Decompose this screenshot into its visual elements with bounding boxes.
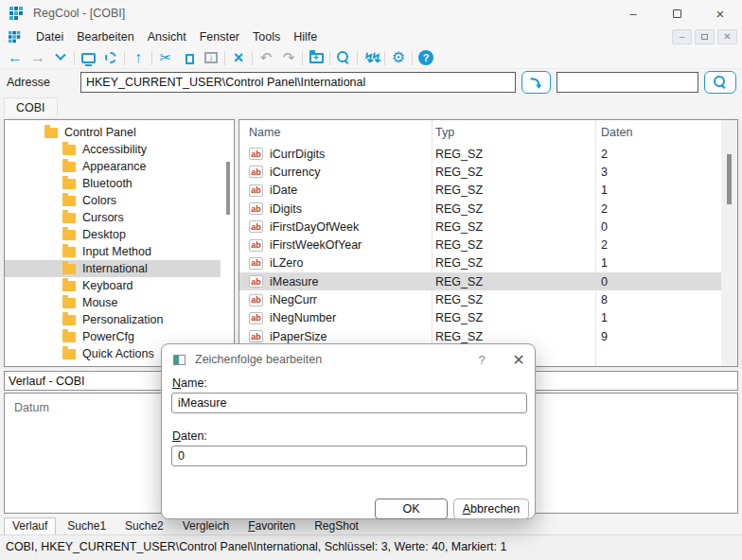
value-row-iNegNumber[interactable]: iNegNumber REG_SZ 1: [239, 309, 737, 327]
daten-field[interactable]: [171, 446, 527, 466]
redo-button[interactable]: ↷: [277, 48, 300, 68]
edit-string-dialog: Zeichenfolge bearbeiten ? ✕ Name: Daten:…: [161, 343, 536, 519]
vertical-scrollbar-thumb[interactable]: [226, 162, 230, 215]
column-header-daten[interactable]: Daten: [595, 126, 737, 139]
search-icon: [714, 76, 727, 89]
mdi-restore-button[interactable]: [695, 29, 715, 44]
settings-button[interactable]: ⚙: [387, 48, 410, 68]
new-key-button[interactable]: +: [305, 48, 327, 68]
tree-item-cursors[interactable]: Cursors: [5, 209, 221, 226]
string-value-icon: [249, 148, 263, 160]
dialog-help-button[interactable]: ?: [472, 350, 491, 369]
ok-button[interactable]: OK: [375, 499, 448, 519]
folder-icon: [62, 315, 76, 325]
name-field[interactable]: [171, 393, 527, 413]
vertical-scrollbar-thumb[interactable]: [727, 154, 732, 204]
address-input[interactable]: [80, 72, 516, 93]
delete-button[interactable]: ×: [227, 48, 250, 68]
cancel-button[interactable]: Abbrechen: [453, 499, 529, 519]
folder-icon: [62, 298, 76, 308]
menu-datei[interactable]: Datei: [30, 28, 69, 45]
paste-button[interactable]: ↓: [200, 48, 222, 68]
divider: [384, 51, 385, 65]
tree-item-personalization[interactable]: Personalization: [5, 311, 221, 328]
mdi-close-button[interactable]: ✕: [717, 29, 737, 44]
value-row-iDigits[interactable]: iDigits REG_SZ 2: [239, 200, 737, 218]
value-row-iMeasure[interactable]: iMeasure REG_SZ 0: [239, 272, 721, 290]
value-row-iCurrDigits[interactable]: iCurrDigits REG_SZ 2: [239, 145, 737, 163]
compare-button[interactable]: ↯↯: [360, 48, 382, 68]
cut-button[interactable]: ✂: [154, 48, 177, 68]
daten-field-label: Daten:: [172, 429, 207, 443]
quick-search-button[interactable]: [704, 71, 736, 94]
history-column-datum[interactable]: Datum: [14, 401, 49, 414]
bottom-tab-suche2[interactable]: Suche2: [117, 518, 171, 534]
dialog-icon: [173, 355, 186, 365]
tree-item-input-method[interactable]: Input Method: [5, 243, 221, 260]
value-row-iLZero[interactable]: iLZero REG_SZ 1: [239, 254, 737, 272]
bottom-tab-favoriten[interactable]: Favoriten: [240, 518, 303, 534]
tree-item-appearance[interactable]: Appearance: [5, 158, 221, 175]
tree-item-control-panel[interactable]: Control Panel: [5, 124, 221, 141]
bottom-tab-vergleich[interactable]: Vergleich: [175, 518, 237, 534]
parent-key-button[interactable]: ↑: [127, 48, 150, 68]
back-button[interactable]: ←: [4, 48, 26, 68]
mdi-minimize-button[interactable]: –: [672, 29, 692, 44]
undo-icon: ↶: [260, 49, 273, 66]
window-title: RegCool - [COBI]: [33, 7, 125, 20]
forward-button[interactable]: →: [26, 48, 49, 68]
value-row-iFirstDayOfWeek[interactable]: iFirstDayOfWeek REG_SZ 0: [239, 218, 737, 236]
value-row-iNegCurr[interactable]: iNegCurr REG_SZ 8: [239, 290, 737, 308]
tree-item-colors[interactable]: Colors: [5, 192, 221, 209]
folder-icon: [62, 196, 76, 206]
search-button[interactable]: [332, 48, 355, 68]
maximize-button[interactable]: [655, 0, 698, 26]
divider: [224, 51, 225, 65]
tree-item-desktop[interactable]: Desktop: [5, 226, 221, 243]
menu-tools[interactable]: Tools: [247, 28, 286, 45]
bottom-tab-verlauf[interactable]: Verlauf: [4, 517, 56, 534]
statusbar: COBI, HKEY_CURRENT_USER\Control Panel\In…: [0, 534, 742, 560]
divider: [74, 51, 75, 65]
bottom-tab-suche1[interactable]: Suche1: [60, 518, 114, 534]
tab-cobi[interactable]: COBI: [4, 97, 58, 116]
tree-item-mouse[interactable]: Mouse: [5, 294, 221, 311]
address-label: Adresse: [7, 76, 50, 89]
dialog-close-button[interactable]: ✕: [506, 348, 531, 371]
titlebar: RegCool - [COBI] – ×: [0, 0, 742, 26]
value-row-iFirstWeekOfYear[interactable]: iFirstWeekOfYear REG_SZ 2: [239, 236, 737, 254]
close-button[interactable]: ×: [698, 0, 742, 26]
string-value-icon: [249, 239, 263, 252]
divider: [412, 51, 413, 65]
regcool-logo-icon: [9, 6, 25, 21]
tree-item-bluetooth[interactable]: Bluetooth: [5, 175, 221, 192]
tree-item-accessibility[interactable]: Accessibility: [5, 141, 221, 158]
computer-button[interactable]: [77, 48, 99, 68]
history-dropdown-button[interactable]: [49, 48, 72, 68]
value-row-iDate[interactable]: iDate REG_SZ 1: [239, 182, 737, 200]
quick-search-input[interactable]: [556, 72, 698, 93]
dashed-circle-icon: [105, 52, 116, 63]
menu-bearbeiten[interactable]: Bearbeiten: [71, 28, 139, 45]
folder-icon: [62, 230, 76, 240]
menu-hilfe[interactable]: Hilfe: [288, 28, 323, 45]
string-value-icon: [249, 312, 263, 324]
column-header-typ[interactable]: Typ: [432, 126, 595, 139]
goto-address-button[interactable]: [521, 71, 551, 94]
undo-button[interactable]: ↶: [255, 48, 277, 68]
tree-item-international[interactable]: International: [5, 260, 221, 277]
column-header-name[interactable]: Name: [249, 126, 432, 139]
tree-item-keyboard[interactable]: Keyboard: [5, 277, 221, 294]
bottom-tab-regshot[interactable]: RegShot: [307, 518, 366, 534]
dialog-title: Zeichenfolge bearbeiten: [195, 353, 322, 366]
folder-icon: [62, 281, 76, 291]
jump-button[interactable]: [99, 48, 122, 68]
menu-ansicht[interactable]: Ansicht: [142, 28, 192, 45]
minimize-button[interactable]: –: [611, 0, 655, 26]
copy-button[interactable]: [177, 48, 200, 68]
name-field-label: Name:: [172, 376, 207, 390]
menu-fenster[interactable]: Fenster: [194, 28, 245, 45]
value-row-iCurrency[interactable]: iCurrency REG_SZ 3: [239, 163, 737, 181]
help-button[interactable]: ?: [415, 48, 437, 68]
divider: [151, 51, 152, 65]
